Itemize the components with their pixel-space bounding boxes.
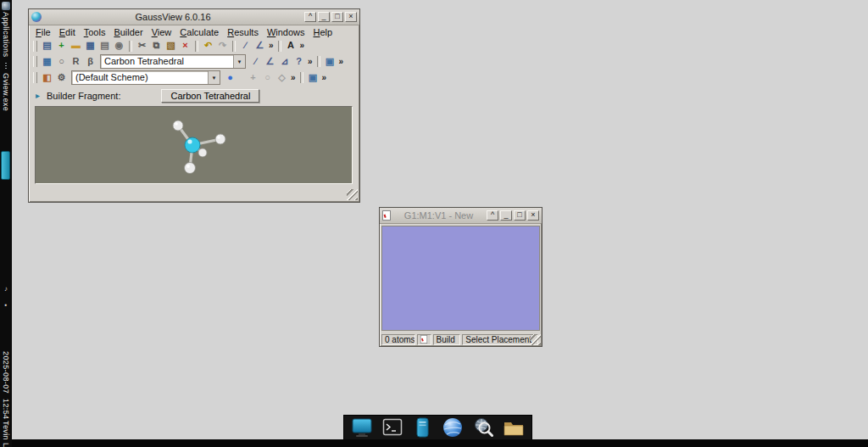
modify-angle-icon[interactable]: ∠ — [263, 55, 277, 69]
menu-results[interactable]: Results — [223, 26, 263, 38]
clock-date: 2025-08-07 — [2, 351, 10, 394]
menu-builder[interactable]: Builder — [109, 26, 147, 38]
resize-grip[interactable] — [347, 189, 358, 200]
color-scheme-icon[interactable]: ● — [223, 71, 237, 85]
capture-icon[interactable]: ◉ — [112, 39, 126, 53]
carbon-atom[interactable] — [185, 137, 200, 153]
toolbar-handle[interactable] — [33, 72, 37, 83]
close-button[interactable]: × — [527, 210, 539, 221]
applications-menu-icon[interactable] — [2, 2, 10, 10]
ring-fragment-icon[interactable]: ○ — [54, 55, 69, 69]
r-group-fragment-icon[interactable]: R — [69, 55, 83, 69]
minimize-button[interactable]: _ — [318, 12, 330, 22]
print-icon[interactable]: ▤ — [97, 39, 112, 53]
toolbar-overflow2-icon[interactable]: » — [298, 40, 307, 52]
window-footer — [29, 184, 359, 202]
hydrogen-atom[interactable] — [173, 120, 183, 131]
view-tool-icon[interactable]: ▣ — [306, 71, 320, 85]
toolbar-overflow2-icon[interactable]: » — [337, 56, 346, 68]
hydrogen-atom[interactable] — [185, 163, 196, 174]
open-file-icon[interactable]: ▬ — [69, 39, 83, 53]
settings-icon[interactable]: ⚙ — [54, 71, 69, 85]
gaussview-titlebar[interactable]: GaussView 6.0.16 ^_□× — [29, 9, 359, 25]
undo-icon[interactable]: ↶ — [201, 39, 215, 53]
inquire-icon[interactable]: ? — [292, 55, 306, 69]
shade-button[interactable]: ^ — [304, 12, 316, 22]
paste-icon[interactable]: ▧ — [164, 39, 178, 53]
fragment-preview-canvas[interactable] — [35, 106, 353, 184]
save-file-icon[interactable]: ▦ — [83, 39, 97, 53]
notification-icon[interactable]: ▪ — [1, 301, 11, 315]
new-file-icon[interactable]: ▤ — [40, 39, 54, 53]
translate-tool-icon[interactable]: ◇ — [275, 71, 289, 85]
menu-edit[interactable]: Edit — [55, 26, 80, 38]
modify-bond-icon[interactable]: ∕ — [248, 55, 263, 69]
menu-tools[interactable]: Tools — [80, 26, 110, 38]
zoom-tool-icon[interactable]: + — [246, 71, 260, 85]
terminal-icon[interactable] — [380, 416, 405, 439]
taskbar-separator — [5, 63, 7, 70]
toolbar-overflow-icon[interactable]: » — [306, 56, 314, 68]
modify-dihedral-icon[interactable]: ⊿ — [277, 55, 292, 69]
desktop: Applications Gview.exe ♪▪ 2025-08-07 12:… — [0, 0, 868, 447]
toolbar-view: ◧⚙ (Default Scheme) ▼ ●+○◇»▣» — [29, 70, 359, 86]
bio-fragment-icon[interactable]: β — [83, 55, 97, 69]
redo-icon[interactable]: ↷ — [215, 39, 230, 53]
user-label: Tevin L — [2, 421, 10, 447]
element-fragment-icon[interactable]: ▦ — [40, 55, 54, 69]
folder-icon[interactable] — [501, 416, 526, 439]
atom-highlight — [217, 136, 220, 139]
bond-tool-icon[interactable]: ∕ — [238, 39, 253, 53]
atom-highlight — [187, 139, 192, 143]
chevron-down-icon[interactable]: ▼ — [208, 71, 220, 84]
search-icon[interactable] — [470, 416, 496, 439]
document-icon — [382, 210, 391, 221]
maximize-button[interactable]: □ — [331, 12, 343, 22]
delete-icon[interactable]: × — [178, 39, 192, 53]
chevron-down-icon[interactable]: ▼ — [233, 55, 245, 68]
file-manager-icon[interactable] — [410, 416, 436, 439]
hydrogen-atom[interactable] — [198, 148, 207, 157]
rotate-tool-icon[interactable]: ○ — [260, 71, 275, 85]
model-view-canvas[interactable] — [381, 226, 540, 331]
cut-icon[interactable]: ✂ — [135, 39, 149, 53]
display-format-icon[interactable]: ◧ — [40, 71, 54, 85]
fragment-combo[interactable]: Carbon Tetrahedral ▼ — [100, 54, 246, 69]
builder-fragment-button[interactable]: Carbon Tetrahedral — [161, 89, 259, 103]
add-fragment-icon[interactable]: + — [54, 39, 69, 53]
copy-icon[interactable]: ⧉ — [149, 39, 164, 53]
toolbar-overflow-icon[interactable]: » — [267, 40, 275, 52]
menu-help[interactable]: Help — [309, 26, 337, 38]
toolbar-overflow2-icon[interactable]: » — [320, 72, 329, 84]
select-tool-icon[interactable]: ▣ — [323, 55, 337, 69]
menu-calculate[interactable]: Calculate — [175, 26, 223, 38]
taskbar-window-button[interactable] — [1, 151, 10, 180]
toolbar-standard: ▤+▬▦▤◉✂⧉▧×↶↷∕∠»A» — [29, 38, 359, 53]
maximize-button[interactable]: □ — [514, 210, 526, 221]
statusbar: 0 atoms Build Select Placement — [380, 332, 542, 346]
display-icon[interactable] — [349, 416, 375, 439]
scheme-combo[interactable]: (Default Scheme) ▼ — [71, 70, 220, 85]
minimize-button[interactable]: _ — [500, 210, 512, 221]
hydrogen-atom[interactable] — [215, 134, 225, 144]
molgroup-titlebar[interactable]: G1:M1:V1 - New ^_□× — [380, 208, 542, 224]
menu-file[interactable]: File — [31, 26, 55, 38]
fragment-doc-icon[interactable] — [417, 334, 431, 345]
volume-icon[interactable]: ♪ — [1, 285, 11, 299]
menu-windows[interactable]: Windows — [263, 26, 309, 38]
expander-arrow-icon[interactable]: ▸ — [36, 91, 40, 100]
close-button[interactable]: × — [345, 12, 357, 22]
resize-grip[interactable] — [530, 334, 541, 345]
app-name-label[interactable]: Gview.exe — [2, 73, 10, 111]
angle-tool-icon[interactable]: ∠ — [253, 39, 267, 53]
text-tool-icon[interactable]: A — [284, 39, 298, 53]
toolbar-handle[interactable] — [33, 41, 37, 52]
shade-button[interactable]: ^ — [487, 210, 498, 221]
browser-icon[interactable] — [440, 416, 465, 439]
applications-label[interactable]: Applications — [2, 12, 10, 57]
status-mode: Build — [433, 334, 461, 345]
menu-view[interactable]: View — [147, 26, 176, 38]
window-title: GaussView 6.0.16 — [43, 12, 303, 23]
toolbar-handle[interactable] — [33, 56, 37, 67]
toolbar-overflow-icon[interactable]: » — [289, 72, 298, 84]
